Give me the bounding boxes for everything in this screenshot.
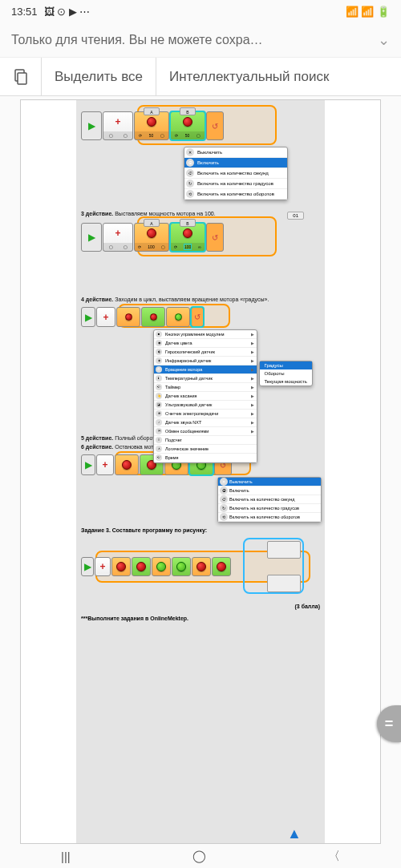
- plus-block: +▢▢: [103, 111, 133, 140]
- select-all-button[interactable]: Выделить все: [42, 58, 156, 95]
- menu-item[interactable]: ✉Обмен сообщениями▶: [154, 427, 257, 436]
- menu-item[interactable]: ⦿Включить: [184, 158, 287, 168]
- menu-item[interactable]: ↻Включить на количество градусов: [184, 179, 287, 189]
- menu-item[interactable]: ♪Датчик звука NXT▶: [154, 418, 257, 427]
- document-viewport[interactable]: +▢▢ A ⟳50▢ B ⟳50▢ ✕Выключить⦿Включить⏱Вк…: [0, 96, 401, 844]
- step-3-text: 3 действие. Выставляем мощность мотора н…: [81, 211, 320, 216]
- loop-end-block: [206, 111, 224, 140]
- submenu-item[interactable]: Обороты: [260, 369, 312, 377]
- chevron-down-icon[interactable]: ⌄: [370, 31, 390, 49]
- page-tab: 01: [287, 212, 304, 220]
- document-page: +▢▢ A ⟳50▢ B ⟳50▢ ✕Выключить⦿Включить⏱Вк…: [20, 99, 381, 844]
- menu-item[interactable]: ⟲Включить на количество оборотов: [184, 189, 287, 200]
- submenu-item[interactable]: Градусы: [260, 361, 312, 369]
- submenu-item[interactable]: Текущая мощность: [260, 377, 312, 386]
- home-button[interactable]: ◯: [192, 849, 206, 863]
- score-3: (3 балла): [81, 604, 320, 609]
- menu-item[interactable]: ◪Ультразвуковой датчик▶: [154, 401, 257, 410]
- block-3: [152, 557, 171, 576]
- power-val: 100: [184, 244, 191, 249]
- program-chain-1: +▢▢ A ⟳50▢ B ⟳50▢ ✕Выключить⦿Включить⏱Вк…: [81, 108, 320, 158]
- motor-a-block: [115, 454, 139, 475]
- footer-note: ***Выполните задания в OnlineMektep.: [81, 616, 320, 621]
- loop-end-block: [206, 223, 224, 252]
- block-1: [111, 557, 131, 576]
- menu-item[interactable]: 👆Датчик касания▶: [154, 392, 257, 401]
- readonly-banner[interactable]: Только для чтения. Вы не можете сохра… ⌄: [0, 22, 401, 58]
- menu-item[interactable]: ⏱Включить на количество секунд: [184, 168, 287, 179]
- motor-a-block: A ⟳100▢: [134, 223, 169, 252]
- start-block: [81, 111, 102, 140]
- step-4-text: 4 действие. Заходим в цикл, выставляем в…: [81, 297, 320, 302]
- block-6: [212, 557, 231, 576]
- menu-item[interactable]: 🌡Температурный датчик▶: [154, 374, 257, 383]
- svg-rect-1: [18, 73, 26, 84]
- rotation-submenu[interactable]: ГрадусыОборотыТекущая мощность: [259, 361, 313, 386]
- motor-a-block: A ⟳50▢: [134, 111, 169, 140]
- start-block: [81, 223, 102, 252]
- menu-item[interactable]: ■Кнопки управления модулем▶: [154, 330, 257, 339]
- page-content: +▢▢ A ⟳50▢ B ⟳50▢ ✕Выключить⦿Включить⏱Вк…: [76, 100, 325, 843]
- branch-bottom: [267, 575, 301, 592]
- program-chain-3: + ■Кнопки управления модулем▶◉Датчик цве…: [81, 305, 320, 329]
- recents-button[interactable]: |||: [61, 850, 71, 863]
- motor-c-block: [166, 307, 190, 327]
- start-block: [81, 307, 95, 327]
- menu-item[interactable]: ⏱Включить на количество секунд: [218, 495, 321, 504]
- block-4: [172, 557, 191, 576]
- power-val: 50: [149, 133, 154, 138]
- task-3-title: Задание 3. Составьте программу по рисунк…: [81, 527, 320, 533]
- menu-item[interactable]: ↻Включить на количество градусов: [218, 504, 321, 513]
- menu-item[interactable]: ⦿Включить: [218, 486, 321, 495]
- smart-search-button[interactable]: Интеллектуальный поиск: [156, 58, 401, 95]
- menu-item[interactable]: ⊕Счетчик электропередачи▶: [154, 410, 257, 418]
- menu-item[interactable]: ◈Инфракрасный датчик▶: [154, 357, 257, 365]
- status-app-icons: 🖼 ⊙ ▶ ⋯: [44, 6, 91, 18]
- block-5: [192, 557, 211, 576]
- plus-block: +: [96, 454, 114, 475]
- motor-off-menu[interactable]: ✕Выключить⦿Включить⏱Включить на количест…: [217, 477, 322, 523]
- port-tab-a: A: [144, 219, 160, 227]
- status-system-icons: 📶 📶 🔋: [346, 6, 390, 18]
- back-button[interactable]: 〈: [328, 849, 340, 864]
- motor-b-block: [141, 307, 165, 327]
- menu-item[interactable]: ⏱Время: [154, 454, 257, 462]
- menu-item[interactable]: ✕Выключить: [218, 478, 321, 486]
- plus-block: +▢▢: [103, 223, 133, 252]
- clock: 13:51: [11, 6, 38, 18]
- plus-block: +: [95, 557, 111, 576]
- motor-mode-menu[interactable]: ✕Выключить⦿Включить⏱Включить на количест…: [184, 147, 288, 200]
- menu-item[interactable]: #Подсчет: [154, 436, 257, 445]
- menu-item[interactable]: ◐Гироскопический датчик▶: [154, 348, 257, 357]
- copy-icon[interactable]: [0, 58, 42, 95]
- power-val: 50: [185, 133, 190, 138]
- plus-block: +: [96, 307, 115, 327]
- readonly-text: Только для чтения. Вы не можете сохра…: [11, 33, 370, 47]
- menu-item[interactable]: ∧Логическое значение: [154, 445, 257, 454]
- status-bar: 13:51 🖼 ⊙ ▶ ⋯ 📶 📶 🔋: [0, 0, 401, 22]
- start-block: [81, 454, 95, 475]
- android-nav-bar: ||| ◯ 〈: [0, 844, 401, 868]
- motor-b-block: B ⟳100∞: [170, 223, 205, 252]
- loop-end-block: [191, 307, 204, 327]
- start-block: [81, 557, 94, 576]
- menu-item[interactable]: ✕Выключить: [184, 147, 287, 158]
- block-2: [132, 557, 151, 576]
- motor-a-block: [116, 307, 140, 327]
- power-val: 100: [148, 244, 154, 249]
- port-tab-a: A: [144, 107, 160, 115]
- program-chain-task3: +: [81, 539, 320, 602]
- port-tab-b: B: [180, 107, 196, 115]
- toolbar: Выделить все Интеллектуальный поиск: [0, 58, 401, 96]
- menu-item[interactable]: ⚙Вращение мотора▶: [154, 365, 257, 374]
- port-tab-b: B: [180, 219, 196, 227]
- menu-item[interactable]: ◉Датчик цвета▶: [154, 339, 257, 348]
- motor-b-block: B ⟳50▢: [170, 111, 205, 140]
- sensor-menu[interactable]: ■Кнопки управления модулем▶◉Датчик цвета…: [153, 329, 257, 463]
- menu-item[interactable]: ⟲Включить на количество оборотов: [218, 513, 321, 522]
- menu-item[interactable]: ⏲Таймер▶: [154, 383, 257, 392]
- program-chain-2: 01 +▢▢ A ⟳100▢ B ⟳100∞: [81, 220, 320, 260]
